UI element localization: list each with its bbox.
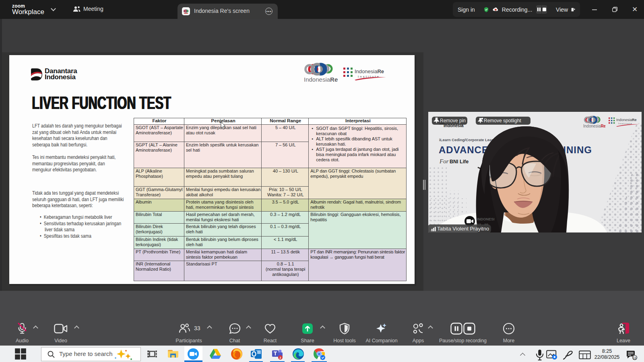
svg-text:2: 2 [279,356,281,360]
svg-text:11: 11 [633,356,636,360]
svg-text:IndonesiaRe: IndonesiaRe [355,68,384,74]
svg-text:IndonesiaRe: IndonesiaRe [304,76,338,83]
svg-text:INDONESI: INDONESI [477,217,495,221]
